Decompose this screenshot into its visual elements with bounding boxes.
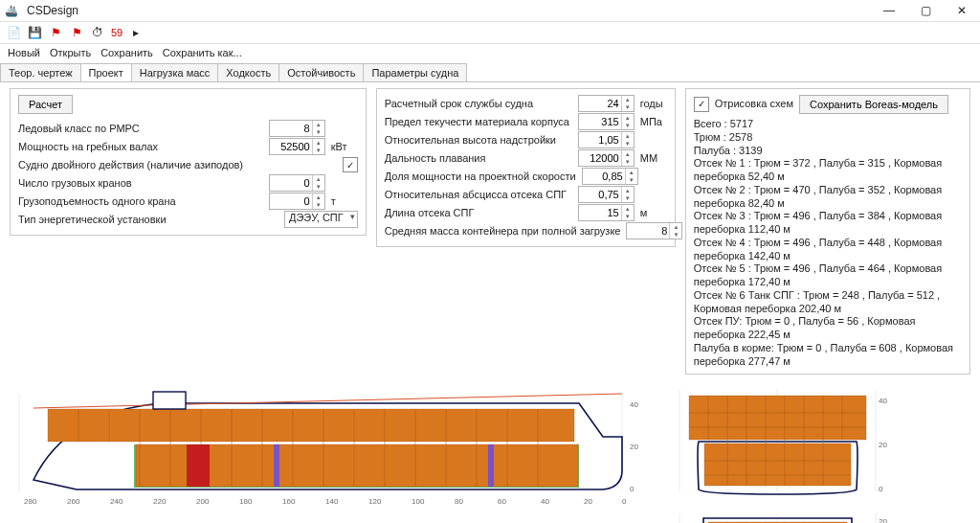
spinner[interactable]: ▲▼ (312, 175, 324, 191)
midship-section-figure: 02040 (660, 384, 900, 509)
param-unit: т (331, 195, 358, 207)
param-input[interactable] (579, 188, 621, 201)
svg-rect-24 (488, 444, 494, 487)
svg-text:60: 60 (498, 497, 506, 506)
spinner[interactable]: ▲▼ (312, 139, 324, 154)
info-line: Палуба в корме: Трюм = 0 , Палуба = 608 … (694, 342, 962, 369)
param-label: Судно двойного действия (наличие азиподо… (18, 159, 337, 171)
param-numeric[interactable]: ▲▼ (269, 193, 325, 210)
param-input[interactable] (627, 224, 669, 238)
spinner[interactable]: ▲▼ (621, 96, 634, 111)
window-close[interactable]: ✕ (944, 0, 980, 21)
spinner[interactable]: ▲▼ (669, 223, 681, 239)
app-title: CSDesign (27, 4, 78, 17)
spinner[interactable]: ▲▼ (621, 132, 634, 148)
deck-plan-figure: 280260240220200180160140120100806040200 … (10, 514, 641, 523)
param-numeric[interactable]: ▲▼ (269, 120, 325, 137)
param-numeric[interactable]: ▲▼ (578, 186, 635, 203)
calc-button[interactable]: Расчет (18, 95, 73, 114)
svg-text:180: 180 (239, 497, 253, 506)
param-row: Ледовый класс по РМРС▲▼ (18, 120, 358, 137)
svg-text:20: 20 (879, 441, 887, 449)
param-row: Доля мощности на проектной скорости▲▼ (385, 168, 667, 185)
window-minimize[interactable]: — (871, 0, 907, 21)
param-input[interactable] (270, 194, 312, 208)
param-label: Грузоподъемность одного крана (18, 195, 263, 207)
param-input[interactable] (579, 206, 621, 219)
tab-ship[interactable]: Параметры судна (363, 63, 467, 81)
svg-text:20: 20 (630, 443, 638, 451)
tab-speed[interactable]: Ходкость (217, 63, 279, 81)
param-input[interactable] (270, 140, 312, 153)
param-row: Число грузовых кранов▲▼ (18, 174, 358, 192)
qat-flag-icon[interactable]: ⚑ (48, 25, 63, 40)
qat-new-icon[interactable]: 📄 (6, 25, 21, 40)
bow-section-figure: -20020 -20020 (660, 509, 900, 523)
param-checkbox[interactable]: ✓ (343, 157, 358, 172)
param-row: Предел текучести материала корпуса▲▼МПа (385, 113, 667, 130)
param-numeric[interactable]: ▲▼ (578, 204, 635, 221)
window-maximize[interactable]: ▢ (907, 0, 944, 21)
param-label: Относительная высота надстройки (385, 134, 572, 146)
param-label: Расчетный срок службы судна (385, 98, 572, 109)
menu-saveas[interactable]: Сохранить как... (163, 47, 242, 58)
param-input[interactable] (270, 122, 312, 135)
spinner[interactable]: ▲▼ (621, 150, 634, 166)
param-row: Мощность на гребных валах▲▼кВт (18, 138, 358, 155)
spinner[interactable]: ▲▼ (621, 187, 634, 202)
param-input[interactable] (579, 115, 621, 128)
spinner[interactable]: ▲▼ (312, 121, 324, 136)
qat-run-icon[interactable]: ▸ (128, 25, 144, 40)
param-unit: кВт (331, 141, 358, 152)
side-elevation-figure: 280260240220200180160140120100806040200 … (10, 384, 641, 509)
spinner[interactable]: ▲▼ (312, 193, 324, 209)
param-numeric[interactable]: ▲▼ (626, 222, 682, 239)
tab-theor[interactable]: Теор. чертеж (0, 63, 81, 81)
spinner[interactable]: ▲▼ (621, 114, 634, 129)
param-numeric[interactable]: ▲▼ (269, 138, 325, 155)
info-line: Отсек № 1 : Трюм = 372 , Палуба = 315 , … (694, 157, 962, 184)
svg-text:200: 200 (196, 497, 210, 506)
param-input[interactable] (579, 151, 621, 165)
info-line: Отсек № 2 : Трюм = 470 , Палуба = 352 , … (694, 184, 962, 211)
param-numeric[interactable]: ▲▼ (269, 174, 325, 192)
param-numeric[interactable]: ▲▼ (582, 168, 638, 185)
svg-text:80: 80 (455, 497, 463, 506)
spinner[interactable]: ▲▼ (625, 169, 637, 184)
svg-rect-25 (153, 392, 186, 409)
param-select[interactable]: ДЭЭУ, СПГ (284, 211, 358, 228)
qat-flag2-icon[interactable]: ⚑ (69, 25, 84, 40)
svg-text:220: 220 (153, 497, 167, 506)
param-numeric[interactable]: ▲▼ (578, 95, 635, 112)
param-label: Средняя масса контейнера при полной загр… (385, 225, 621, 237)
param-label: Ледовый класс по РМРС (18, 123, 263, 134)
info-line: Отсек № 4 : Трюм = 496 , Палуба = 448 , … (694, 237, 962, 263)
tab-project[interactable]: Проект (80, 63, 132, 81)
param-numeric[interactable]: ▲▼ (578, 113, 635, 130)
param-input[interactable] (270, 176, 312, 190)
left-param-panel: Расчет Ледовый класс по РМРС▲▼Мощность н… (10, 88, 367, 236)
svg-text:140: 140 (325, 497, 339, 506)
tab-stability[interactable]: Остойчивость (278, 63, 364, 81)
param-input[interactable] (583, 170, 625, 183)
svg-text:40: 40 (879, 397, 887, 405)
menu-save[interactable]: Сохранить (100, 47, 153, 58)
qat-save-icon[interactable]: 💾 (27, 25, 42, 40)
menu-new[interactable]: Новый (8, 47, 40, 58)
info-line: Трюм : 2578 (694, 131, 962, 145)
param-input[interactable] (579, 133, 621, 147)
param-numeric[interactable]: ▲▼ (578, 131, 635, 148)
draw-scheme-checkbox[interactable]: ✓ (694, 97, 709, 112)
param-input[interactable] (579, 97, 621, 110)
info-line: Отсек № 3 : Трюм = 496 , Палуба = 384 , … (694, 210, 962, 237)
quick-access-toolbar: 📄 💾 ⚑ ⚑ ⏱ 59 ▸ (0, 22, 980, 44)
save-boreas-button[interactable]: Сохранить Boreas-модель (799, 95, 948, 114)
svg-rect-44 (10, 514, 641, 523)
menu-open[interactable]: Открыть (50, 47, 91, 58)
svg-text:40: 40 (541, 497, 549, 506)
tab-mass[interactable]: Нагрузка масс (131, 63, 219, 81)
spinner[interactable]: ▲▼ (621, 205, 634, 220)
qat-timer-icon: ⏱ (90, 25, 105, 40)
titlebar: 🚢 CSDesign — ▢ ✕ (0, 0, 980, 22)
param-numeric[interactable]: ▲▼ (578, 149, 635, 167)
